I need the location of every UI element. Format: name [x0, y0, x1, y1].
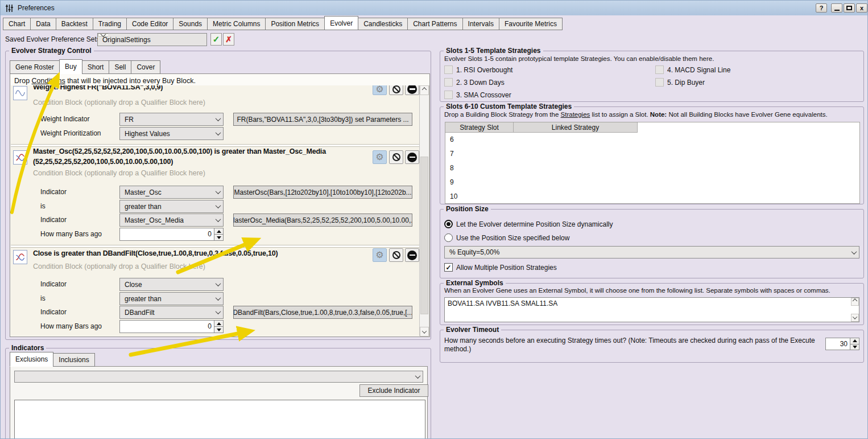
tab-inclusions[interactable]: Inclusions: [53, 353, 94, 367]
remove-gene-button[interactable]: [405, 248, 419, 262]
table-row[interactable]: 8: [445, 161, 859, 175]
tab-position-metrics[interactable]: Position Metrics: [265, 18, 325, 30]
combo-arrow[interactable]: [849, 247, 859, 258]
tab-favourite-metrics[interactable]: Favourite Metrics: [499, 18, 563, 30]
close-button[interactable]: x: [856, 3, 867, 13]
tab-sell[interactable]: Sell: [109, 60, 131, 74]
slots-table[interactable]: Strategy Slot Linked Strategy 6 7 8 9 10: [445, 122, 860, 204]
indicator2-params-button[interactable]: DBandFilt(Bars,Close,true,1.00,8,true,0.…: [233, 306, 412, 319]
checkbox-unchecked[interactable]: [655, 65, 664, 74]
checkbox-checked[interactable]: ✓: [444, 263, 453, 272]
gene-settings-button[interactable]: ⚙: [373, 85, 387, 95]
slot-label: 2. 3 Down Days: [456, 79, 505, 87]
combo-arrow[interactable]: [213, 128, 223, 140]
spin-down-button[interactable]: [214, 326, 223, 333]
combo-arrow[interactable]: [213, 306, 223, 318]
remove-gene-button[interactable]: [405, 150, 419, 164]
tab-intervals[interactable]: Intervals: [462, 18, 499, 30]
column-header[interactable]: Strategy Slot: [445, 122, 514, 133]
tab-data[interactable]: Data: [30, 18, 56, 30]
tab-evolver[interactable]: Evolver: [324, 16, 358, 30]
tab-buy[interactable]: Buy: [59, 59, 82, 74]
remove-gene-button[interactable]: [405, 85, 419, 95]
spin-up-button[interactable]: [850, 338, 859, 344]
gene-settings-button[interactable]: ⚙: [373, 248, 387, 262]
scrollbar-thumb[interactable]: [420, 157, 428, 314]
table-row[interactable]: 7: [445, 147, 859, 161]
combo-arrow[interactable]: [98, 34, 108, 36]
table-row[interactable]: 10: [445, 190, 859, 204]
tab-backtest[interactable]: Backtest: [56, 18, 93, 30]
operator-combo[interactable]: greater than: [119, 292, 224, 305]
disable-gene-button[interactable]: [389, 150, 403, 164]
indicator-select-combo[interactable]: [14, 371, 423, 383]
bars-ago-spinner[interactable]: 0: [119, 228, 224, 241]
indicator2-combo[interactable]: DBandFilt: [119, 306, 224, 319]
indicator-combo[interactable]: Close: [119, 278, 224, 291]
operator-combo[interactable]: greater than: [119, 200, 224, 213]
checkbox-unchecked[interactable]: [444, 65, 453, 74]
indicator-params-button[interactable]: MasterOsc(Bars,[12to202by10],[10to100by1…: [233, 186, 412, 199]
tab-exclusions[interactable]: Exclusions: [10, 352, 53, 367]
tab-gene-roster[interactable]: Gene Roster: [10, 60, 60, 74]
combo-arrow[interactable]: [213, 200, 223, 212]
combo-arrow[interactable]: [213, 214, 223, 226]
help-button[interactable]: ?: [816, 3, 827, 13]
weight-prioritization-combo[interactable]: Highest Values: [119, 127, 224, 140]
checkbox-unchecked[interactable]: [444, 91, 453, 99]
save-prefset-button[interactable]: ✓: [210, 33, 222, 46]
weight-indicator-combo[interactable]: FR: [119, 113, 224, 126]
spin-up-button[interactable]: [214, 321, 223, 326]
indicator2-combo[interactable]: Master_Osc_Media: [119, 214, 224, 227]
radio-selected[interactable]: [444, 220, 453, 228]
disable-gene-button[interactable]: [389, 248, 403, 262]
tab-candlesticks[interactable]: Candlesticks: [358, 18, 408, 30]
spin-down-button[interactable]: [214, 234, 223, 240]
combo-arrow[interactable]: [412, 371, 423, 382]
combo-arrow[interactable]: [213, 186, 223, 198]
scroll-up-button[interactable]: [851, 298, 859, 306]
delete-prefset-button[interactable]: ✗: [223, 33, 234, 46]
combo-arrow[interactable]: [213, 278, 223, 290]
tab-chart-patterns[interactable]: Chart Patterns: [407, 18, 462, 30]
indicator-combo[interactable]: Master_Osc: [119, 186, 224, 199]
tab-short[interactable]: Short: [82, 60, 110, 74]
excluded-indicators-list[interactable]: [14, 400, 425, 439]
spin-up-button[interactable]: [214, 228, 223, 234]
scroll-down-button[interactable]: [420, 327, 429, 337]
checkbox-unchecked[interactable]: [444, 78, 453, 87]
combo-arrow[interactable]: [213, 113, 223, 125]
spin-down-button[interactable]: [850, 344, 859, 350]
indicator2-params-button[interactable]: MasterOsc_Media(Bars,52,25,52,25,52,200,…: [233, 214, 412, 227]
symbols-scrollbar[interactable]: [851, 298, 859, 322]
disable-gene-button[interactable]: [389, 85, 403, 95]
table-row[interactable]: 6: [445, 133, 859, 147]
minimize-button[interactable]: [831, 3, 842, 13]
tab-trading[interactable]: Trading: [93, 18, 127, 30]
table-row[interactable]: 9: [445, 175, 859, 190]
tab-cover[interactable]: Cover: [131, 60, 160, 74]
gene-settings-button[interactable]: ⚙: [373, 150, 387, 164]
tab-metric-columns[interactable]: Metric Columns: [207, 18, 266, 30]
radio-unselected[interactable]: [444, 233, 453, 242]
column-header[interactable]: Linked Strategy: [514, 122, 638, 133]
combo-arrow[interactable]: [213, 293, 223, 305]
pref-sets-combo[interactable]: OriginalSettings: [97, 33, 207, 46]
strategies-link[interactable]: Strategies: [561, 111, 590, 118]
tab-code-editor[interactable]: Code Editor: [126, 18, 173, 30]
conditions-link[interactable]: Conditions: [32, 77, 65, 85]
maximize-button[interactable]: [844, 3, 855, 13]
tab-sounds[interactable]: Sounds: [173, 18, 208, 30]
weight-params-button[interactable]: FR(Bars,"BOVA11.SA",3,0,[3to30by3]) set …: [233, 113, 412, 126]
position-size-combo[interactable]: % Equity=5,00%: [444, 246, 859, 259]
exclude-indicator-button[interactable]: Exclude Indicator: [359, 384, 428, 397]
tab-chart[interactable]: Chart: [3, 18, 31, 30]
bars-ago-spinner[interactable]: 0: [119, 320, 224, 333]
gene-title-line1: Master_Osc(52,25,52,52,52,200,100,5.00,1…: [33, 147, 326, 155]
timeout-spinner[interactable]: 30: [825, 338, 859, 350]
conditions-scrollbar[interactable]: [419, 85, 429, 336]
scroll-down-button[interactable]: [851, 314, 859, 322]
external-symbols-input[interactable]: BOVA11.SA IVVB11.SA SMAL11.SA: [444, 297, 859, 322]
scroll-up-button[interactable]: [420, 85, 429, 95]
checkbox-unchecked[interactable]: [655, 78, 664, 87]
